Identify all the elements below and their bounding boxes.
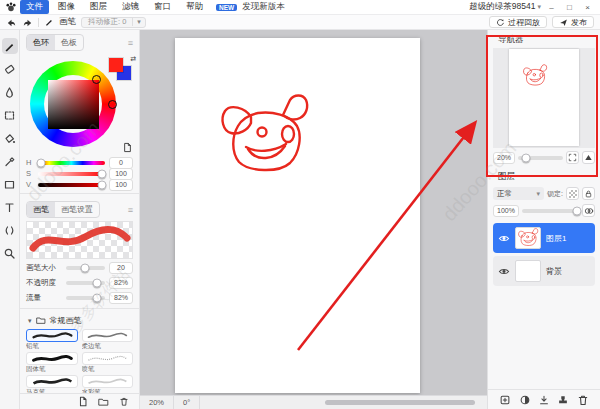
color-panel-tabs: 色环 色板 ≡ — [20, 30, 139, 53]
tab-brush-settings[interactable]: 画笔设置 — [55, 202, 99, 217]
fullscreen-icon — [568, 153, 577, 162]
panel-menu-icon[interactable]: ≡ — [128, 38, 133, 48]
new-brush-icon[interactable] — [78, 396, 88, 407]
hue-knob[interactable] — [108, 100, 117, 109]
menu-filter[interactable]: 滤镜 — [116, 0, 145, 14]
liquify-tool[interactable] — [2, 222, 18, 238]
hue-value[interactable]: 0 — [109, 157, 133, 169]
brush-item[interactable]: 铅笔 — [26, 329, 78, 350]
layer-thumbnail — [515, 260, 541, 282]
canvas-rotation-value[interactable]: 0° — [174, 396, 200, 409]
username: 超级的绿茶98541 — [469, 1, 535, 13]
visibility-eye-icon[interactable] — [498, 234, 510, 243]
flow-value[interactable]: 82% — [109, 292, 133, 304]
chevron-down-icon: ▾ — [132, 18, 145, 26]
brush-tool[interactable] — [2, 38, 18, 54]
zoom-tool[interactable] — [2, 245, 18, 261]
menu-window[interactable]: 窗口 — [148, 0, 177, 14]
brush-size-slider[interactable] — [66, 266, 105, 270]
flow-slider[interactable] — [66, 296, 105, 300]
add-layer-icon[interactable] — [499, 394, 511, 406]
brush-size-value[interactable]: 20 — [109, 262, 133, 274]
foreground-color-swatch[interactable] — [109, 58, 123, 72]
minimize-button[interactable]: – — [544, 3, 559, 12]
tab-brush[interactable]: 画笔 — [27, 202, 55, 217]
app-logo-icon — [5, 1, 17, 13]
panel-menu-icon[interactable]: ≡ — [128, 205, 133, 215]
eraser-tool[interactable] — [2, 61, 18, 77]
canvas-area[interactable]: 20% 0° — [140, 30, 487, 409]
layer-row-background[interactable]: 背景 — [493, 256, 595, 286]
lock-layer-button[interactable] — [582, 187, 595, 200]
menu-image[interactable]: 图像 — [52, 0, 81, 14]
brush-panel-footer — [20, 393, 139, 409]
trash-icon[interactable] — [119, 396, 129, 407]
adjustment-layer-icon[interactable] — [519, 394, 531, 406]
horizontal-scrollbar[interactable] — [325, 400, 475, 405]
close-button[interactable]: × — [580, 3, 595, 12]
menu-layer[interactable]: 图层 — [84, 0, 113, 14]
brush-group-label: 常规画笔 — [50, 315, 82, 326]
opacity-slider[interactable] — [66, 281, 105, 285]
blend-mode-value: 正常 — [497, 189, 512, 199]
value-slider[interactable] — [38, 183, 105, 187]
navigator-preview[interactable] — [493, 48, 595, 148]
lock-transparency-button[interactable] — [566, 187, 579, 200]
maximize-button[interactable]: □ — [562, 3, 577, 12]
magnifier-icon — [3, 247, 16, 260]
undo-icon[interactable] — [6, 17, 17, 28]
fit-screen-button[interactable] — [566, 151, 579, 164]
shape-tool[interactable] — [2, 176, 18, 192]
redo-icon[interactable] — [22, 17, 33, 28]
eyedropper-tool[interactable] — [2, 153, 18, 169]
tab-color-wheel[interactable]: 色环 — [27, 35, 55, 50]
brush-item[interactable]: 固体笔 — [26, 352, 78, 373]
layer-row-layer1[interactable]: 图层1 — [493, 223, 595, 253]
navigator-zoom-value[interactable]: 20% — [493, 152, 515, 164]
blend-mode-select[interactable]: 正常 ▾ — [493, 187, 544, 200]
swap-colors-icon[interactable]: ⇄ — [130, 55, 136, 63]
stamp-icon[interactable] — [557, 394, 569, 406]
layer-opacity-slider[interactable] — [522, 209, 579, 213]
fill-tool[interactable] — [2, 130, 18, 146]
new-folder-icon[interactable] — [98, 397, 109, 407]
blend-options-button[interactable] — [582, 204, 595, 217]
brush-item[interactable]: 柔边笔 — [82, 329, 134, 350]
value-value[interactable]: 100 — [109, 179, 133, 191]
playback-button[interactable]: 过程回放 — [489, 16, 547, 28]
saturation-brightness-square[interactable] — [48, 80, 99, 129]
merge-down-icon[interactable] — [538, 394, 550, 406]
tab-swatches[interactable]: 色板 — [55, 35, 83, 50]
stabilizer-select[interactable]: 抖动修正: 0 ▾ — [81, 17, 146, 28]
layer-thumbnail — [515, 227, 541, 249]
folder-icon — [36, 316, 46, 325]
active-tool-label: 画笔 — [59, 16, 76, 28]
hue-label: H — [26, 158, 34, 167]
delete-layer-icon[interactable] — [577, 394, 589, 406]
sv-knob[interactable] — [92, 75, 101, 84]
layer-opacity-value[interactable]: 100% — [493, 205, 519, 217]
smudge-tool[interactable] — [2, 84, 18, 100]
brush-item[interactable]: 喷笔 — [82, 352, 134, 373]
brush-group-header[interactable]: ▾ 常规画笔 — [20, 312, 139, 329]
lock-label: 锁定: — [547, 189, 563, 199]
canvas-zoom-value[interactable]: 20% — [140, 396, 174, 409]
paper-plane-icon — [559, 18, 568, 27]
text-tool[interactable] — [2, 199, 18, 215]
publish-button[interactable]: 发布 — [552, 16, 594, 28]
menu-help[interactable]: 帮助 — [180, 0, 209, 14]
alert-button[interactable] — [582, 151, 595, 164]
saturation-value[interactable]: 100 — [109, 168, 133, 180]
marquee-tool[interactable] — [2, 107, 18, 123]
menu-file[interactable]: 文件 — [20, 0, 49, 14]
new-version-link[interactable]: 发现新版本 — [242, 1, 285, 13]
navigator-zoom-slider[interactable] — [518, 156, 563, 160]
account-menu[interactable]: 超级的绿茶98541 ▾ — [469, 1, 541, 13]
hue-slider[interactable] — [38, 161, 105, 165]
visibility-eye-icon[interactable] — [498, 267, 510, 276]
saturation-slider[interactable] — [38, 172, 105, 176]
brush-panel-tabs: 画笔 画笔设置 ≡ — [20, 197, 139, 220]
color-page-icon[interactable] — [123, 142, 132, 153]
canvas-page[interactable] — [175, 38, 420, 393]
opacity-value[interactable]: 82% — [109, 277, 133, 289]
